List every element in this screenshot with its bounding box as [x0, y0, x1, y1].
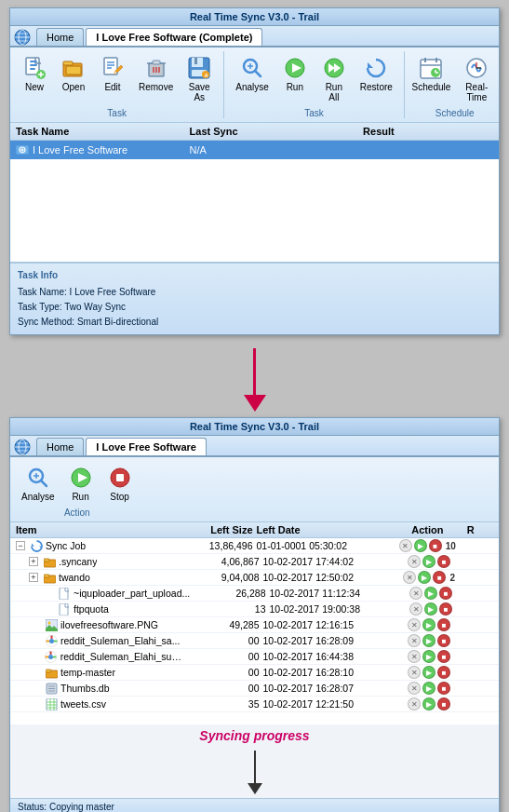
file-ldate: 10-02-2017 12:16:15 — [263, 619, 392, 630]
action-play-btn[interactable]: ▶ — [424, 602, 437, 616]
file-name: ftpquota — [74, 603, 109, 615]
col-lsize: Left Size — [174, 524, 257, 535]
file-lsize: 13 — [191, 603, 269, 615]
action-skip-btn[interactable]: ✕ — [409, 602, 422, 616]
analyse-button-1[interactable]: Analyse — [230, 51, 275, 106]
open-button[interactable]: Open — [55, 51, 92, 106]
title-text-1: Real Time Sync V3.0 - Trail — [190, 11, 319, 22]
realtime-icon — [463, 55, 489, 81]
stop-button[interactable]: Stop — [101, 461, 139, 506]
expand-icon[interactable]: + — [29, 573, 38, 582]
action-play-btn[interactable]: ▶ — [422, 650, 435, 663]
list-item[interactable]: reddit_Suleman_Elahi_sa... 00 10-02-2017… — [10, 633, 499, 649]
action-skip-btn[interactable]: ✕ — [408, 618, 421, 631]
action-stop-btn[interactable]: ■ — [437, 634, 450, 647]
run-button-1[interactable]: Run — [276, 51, 314, 106]
edit-button[interactable]: Edit — [94, 51, 131, 106]
list-item[interactable]: tweets.csv 35 10-02-2017 12:21:50 ✕ ▶ ■ — [10, 697, 499, 712]
action-play-btn[interactable]: ▶ — [422, 555, 435, 568]
table-row[interactable]: I Love Free Software N/A — [10, 141, 499, 159]
action-skip-btn[interactable]: ✕ — [399, 539, 412, 552]
action-play-btn[interactable]: ▶ — [422, 634, 435, 647]
action-stop-btn[interactable]: ■ — [429, 539, 442, 552]
tab-task-1[interactable]: I Love Free Software (Complete) — [86, 28, 262, 46]
file-lsize: 00 — [182, 683, 263, 694]
restore-button[interactable]: Restore — [355, 51, 398, 106]
tab-task-2[interactable]: I Love Free Software — [86, 438, 207, 455]
action-play-btn[interactable]: ▶ — [422, 618, 435, 631]
file-name: Thumbs.db — [60, 683, 110, 694]
action-skip-btn[interactable]: ✕ — [409, 587, 422, 600]
action-stop-btn[interactable]: ■ — [433, 571, 446, 584]
run-button-2[interactable]: Run — [62, 461, 100, 506]
action-skip-btn[interactable]: ✕ — [408, 555, 421, 568]
task-group-label: Task — [107, 108, 127, 118]
task-buttons: New Open Edit — [16, 51, 218, 106]
list-item[interactable]: + twando 9,04,008 10-02-2017 12:50:02 ✕ … — [10, 570, 499, 586]
action-play-btn[interactable]: ▶ — [422, 666, 435, 679]
list-item[interactable]: + .syncany 4,06,867 10-02-2017 17:44:02 … — [10, 554, 499, 570]
list-item[interactable]: temp-master 00 10-02-2017 16:28:10 ✕ ▶ ■ — [10, 665, 499, 681]
new-button[interactable]: New — [16, 51, 53, 106]
svg-marker-67 — [32, 543, 34, 546]
action-play-btn[interactable]: ▶ — [422, 682, 435, 695]
remove-button[interactable]: Remove — [133, 51, 179, 106]
action-play-btn[interactable]: ▶ — [418, 571, 431, 584]
action-stop-btn[interactable]: ■ — [437, 618, 450, 631]
file-ldate: 10-02-2017 16:28:10 — [263, 667, 392, 678]
new-label: New — [25, 82, 44, 92]
action-play-btn[interactable]: ▶ — [414, 539, 427, 552]
action-skip-btn[interactable]: ✕ — [408, 682, 421, 695]
file-actions: ✕ ▶ ■ — [391, 682, 468, 695]
analyse-button-2[interactable]: Analyse — [16, 461, 60, 506]
action-stop-btn[interactable]: ■ — [439, 602, 452, 616]
col-action: Action — [388, 524, 467, 535]
list-item[interactable]: Thumbs.db 00 10-02-2017 16:28:07 ✕ ▶ ■ — [10, 681, 499, 697]
action-stop-btn[interactable]: ■ — [437, 555, 450, 568]
arrow-line-2 — [254, 751, 256, 783]
realtime-button[interactable]: Real-Time — [454, 51, 499, 106]
globe-icon-2 — [14, 439, 31, 455]
action-stop-btn[interactable]: ■ — [437, 666, 450, 679]
run-all-button[interactable]: RunAll — [315, 51, 353, 106]
action-skip-btn[interactable]: ✕ — [408, 697, 421, 710]
list-item[interactable]: ftpquota 13 10-02-2017 19:00:38 ✕ ▶ ■ — [10, 602, 499, 617]
schedule-buttons: Schedule Real-Time — [410, 51, 500, 106]
list-item[interactable]: reddit_Suleman_Elahi_sub... 00 10-02-201… — [10, 649, 499, 665]
action-toolbar: Analyse Run Stop Action — [10, 457, 499, 522]
action-stop-btn[interactable]: ■ — [437, 682, 450, 695]
action-skip-btn[interactable]: ✕ — [403, 571, 416, 584]
save-as-button[interactable]: A SaveAs — [181, 51, 218, 106]
file-actions: ✕ ▶ ■ — [391, 666, 468, 679]
schedule-button[interactable]: Schedule — [410, 51, 452, 106]
stop-icon — [107, 465, 133, 491]
action-skip-btn[interactable]: ✕ — [408, 666, 421, 679]
open-label: Open — [62, 82, 85, 92]
file-lsize: 4,06,867 — [182, 556, 263, 567]
expand-icon[interactable]: − — [16, 541, 25, 550]
task-row-name: I Love Free Software — [16, 143, 190, 156]
action-stop-btn[interactable]: ■ — [437, 697, 450, 710]
run-icon — [282, 55, 308, 81]
run-icon-2 — [68, 465, 94, 491]
file-item-name: temp-master — [16, 666, 182, 679]
title-text-2: Real Time Sync V3.0 - Trail — [190, 421, 319, 432]
action-stop-btn[interactable]: ■ — [439, 587, 452, 600]
expand-icon[interactable]: + — [29, 557, 38, 566]
action-play-btn[interactable]: ▶ — [424, 587, 437, 600]
file-lsize: 13,86,496 — [174, 540, 257, 551]
file-type-icon — [45, 697, 58, 710]
file-type-icon — [45, 634, 58, 647]
file-lsize: 00 — [182, 667, 263, 678]
action-play-btn[interactable]: ▶ — [422, 697, 435, 710]
tab-home-2[interactable]: Home — [36, 438, 84, 455]
action-skip-btn[interactable]: ✕ — [408, 650, 421, 663]
tab-home-1[interactable]: Home — [36, 28, 84, 46]
action-stop-btn[interactable]: ■ — [437, 650, 450, 663]
action-skip-btn[interactable]: ✕ — [408, 634, 421, 647]
list-item[interactable]: ilovefreesoftware.PNG 49,285 10-02-2017 … — [10, 617, 499, 633]
list-item[interactable]: − Sync Job 13,86,496 01-01-0001 05:30:02… — [10, 538, 499, 554]
list-item[interactable]: ~iquploader_part_upload... 26,288 10-02-… — [10, 586, 499, 602]
status-bar: Status: Copying master — [10, 798, 499, 812]
task-type-info: Task Type: Two Way Sync — [18, 300, 491, 315]
